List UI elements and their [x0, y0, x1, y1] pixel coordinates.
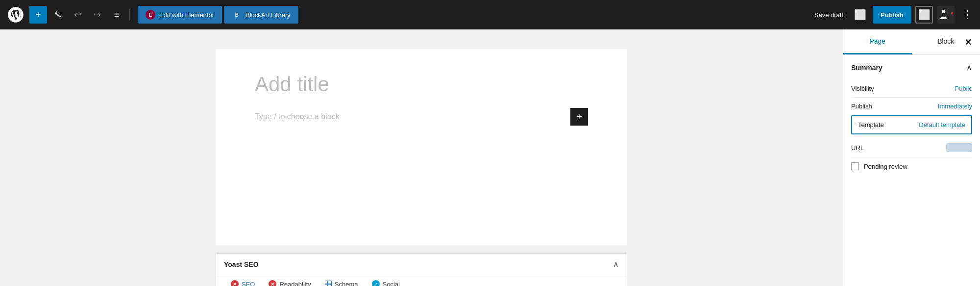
toolbar: + ✎ ↩ ↪ ≡ E Edit with Elementor B BlockA… — [0, 0, 980, 29]
template-row[interactable]: Template Default template — [851, 115, 972, 134]
publish-value[interactable]: Immediately — [938, 103, 972, 110]
main-area: Add title Type / to choose a block + Yoa… — [0, 29, 980, 286]
yoast-tab-schema[interactable]: Schema — [318, 275, 365, 286]
publish-button[interactable]: Publish — [873, 6, 911, 24]
editor-canvas: Add title Type / to choose a block + — [216, 49, 627, 245]
sidebar-section-summary: Summary ∧ Visibility Public Publish Imme… — [843, 55, 980, 183]
visibility-row: Visibility Public — [851, 80, 972, 98]
yoast-tab-social[interactable]: ⤢ Social — [365, 275, 407, 286]
sidebar-close-button[interactable]: ✕ — [960, 34, 976, 50]
yoast-header[interactable]: Yoast SEO ∧ — [216, 254, 627, 275]
schema-tab-label: Schema — [335, 281, 358, 286]
add-block-inline-button[interactable]: + — [570, 108, 588, 126]
readability-status-icon: ✕ — [269, 280, 276, 286]
edit-with-elementor-button[interactable]: E Edit with Elementor — [138, 6, 222, 24]
wp-logo[interactable] — [4, 0, 27, 29]
elementor-btn-label: Edit with Elementor — [159, 11, 214, 19]
url-row: URL url — [851, 138, 972, 157]
template-value: Default template — [919, 121, 965, 129]
url-label: URL — [851, 144, 864, 152]
template-label: Template — [858, 121, 884, 129]
pending-review-label: Pending review — [864, 163, 907, 170]
url-value[interactable]: url — [946, 143, 972, 152]
readability-tab-label: Readability — [279, 281, 311, 286]
visibility-label: Visibility — [851, 85, 874, 92]
elementor-icon: E — [146, 10, 155, 20]
blockart-icon: B — [232, 10, 242, 20]
yoast-collapse-icon: ∧ — [613, 260, 619, 269]
seo-tab-label: SEO — [242, 281, 255, 286]
social-tab-label: Social — [383, 281, 400, 286]
sidebar-tabs: Page Block ✕ — [843, 29, 980, 55]
settings-toggle-button[interactable]: ⬜ — [915, 6, 933, 24]
list-view-button[interactable]: ≡ — [108, 6, 125, 24]
preview-button[interactable]: ⬜ — [851, 6, 869, 24]
sidebar-section-header: Summary ∧ — [851, 63, 972, 72]
sidebar-collapse-button[interactable]: ∧ — [966, 63, 972, 72]
blockart-library-button[interactable]: B BlockArt Library — [224, 6, 298, 24]
title-input[interactable]: Add title — [255, 73, 588, 96]
social-status-icon: ⤢ — [372, 280, 380, 286]
yoast-tabs: ✕ SEO ✕ Readability Schema — [216, 275, 627, 286]
edit-mode-button[interactable]: ✎ — [49, 6, 67, 24]
yoast-panel: Yoast SEO ∧ ✕ SEO ✕ Readability — [216, 253, 627, 286]
add-block-area: Type / to choose a block + — [255, 108, 588, 126]
publish-label: Publish — [851, 103, 872, 110]
yoast-title: Yoast SEO — [224, 260, 259, 268]
more-options-button[interactable]: ⋮ — [958, 6, 976, 24]
publish-row: Publish Immediately — [851, 98, 972, 115]
block-placeholder-text: Type / to choose a block — [255, 112, 564, 121]
right-sidebar: Page Block ✕ Summary ∧ Visibility Public… — [843, 29, 980, 286]
avatar[interactable]: ● — [937, 6, 955, 24]
redo-button[interactable]: ↪ — [88, 6, 106, 24]
visibility-value[interactable]: Public — [955, 85, 972, 92]
yoast-tab-seo[interactable]: ✕ SEO — [224, 275, 262, 286]
toolbar-separator-1 — [129, 9, 130, 21]
sidebar-section-title: Summary — [851, 64, 882, 72]
editor-area: Add title Type / to choose a block + Yoa… — [0, 29, 843, 286]
add-block-toolbar-button[interactable]: + — [29, 6, 47, 24]
yoast-tab-readability[interactable]: ✕ Readability — [262, 275, 318, 286]
sidebar-tab-page[interactable]: Page — [843, 29, 912, 54]
blockart-btn-label: BlockArt Library — [245, 11, 291, 19]
schema-status-icon — [325, 281, 332, 286]
toolbar-right: Save draft ⬜ Publish ⬜ ● ⋮ — [810, 6, 976, 24]
undo-button[interactable]: ↩ — [69, 6, 86, 24]
save-draft-button[interactable]: Save draft — [810, 11, 847, 19]
seo-status-icon: ✕ — [231, 280, 239, 286]
pending-review-row: Pending review — [851, 157, 972, 175]
pending-review-checkbox[interactable] — [851, 162, 859, 170]
